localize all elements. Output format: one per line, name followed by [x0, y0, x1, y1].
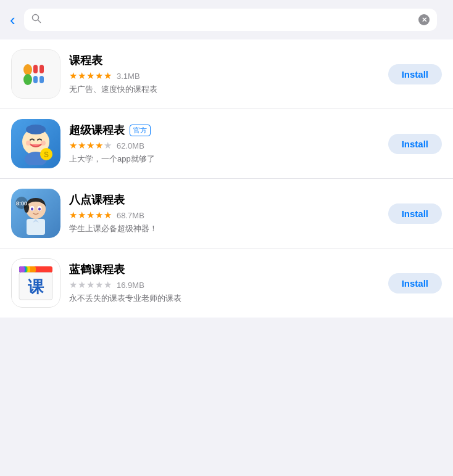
star-full: ★ [69, 140, 77, 151]
star-rating: ★★★★★ [69, 279, 112, 290]
svg-rect-3 [33, 65, 38, 73]
app-description: 上大学，一个app就够了 [69, 154, 380, 165]
app-icon-kechengbiao [11, 49, 60, 99]
star-rating: ★★★★★ [69, 70, 112, 81]
rating-row: ★★★★★ 62.0MB [69, 140, 380, 151]
clear-search-button[interactable]: ✕ [418, 14, 430, 25]
search-bar: ✕ [24, 9, 437, 31]
app-info: 蓝鹤课程表 ★★★★★ 16.9MB 永不丢失的课表专业老师的课表 [69, 262, 380, 304]
svg-text:课: 课 [28, 277, 44, 296]
app-item: S 超级课程表 官方 ★★★★★ 62.0MB 上大学，一个app就够了 Ins… [0, 109, 453, 179]
app-name-row: 课程表 [69, 53, 380, 68]
app-name: 课程表 [69, 53, 102, 68]
app-description: 无广告、速度快的课程表 [69, 84, 380, 95]
app-description: 学生上课必备超级神器！ [69, 223, 380, 234]
install-button[interactable]: Install [388, 203, 442, 224]
star-full: ★ [69, 70, 77, 81]
star-full: ★ [78, 210, 86, 221]
star-full: ★ [69, 210, 77, 221]
star-full: ★ [78, 140, 86, 151]
file-size: 62.0MB [117, 141, 144, 150]
star-empty: ★ [69, 279, 77, 290]
app-name: 蓝鹤课程表 [69, 262, 125, 277]
star-empty: ★ [78, 279, 86, 290]
install-button[interactable]: Install [388, 273, 442, 293]
svg-text:S: S [44, 150, 49, 159]
app-name: 八点课程表 [69, 192, 125, 207]
back-button[interactable]: ‹ [7, 12, 18, 28]
star-empty: ★ [104, 279, 112, 290]
svg-point-2 [23, 64, 32, 75]
svg-point-20 [38, 208, 41, 211]
svg-point-11 [26, 125, 46, 134]
star-full: ★ [78, 70, 86, 81]
star-full: ★ [95, 140, 103, 151]
star-full: ★ [86, 70, 94, 81]
svg-point-5 [23, 74, 32, 85]
app-name: 超级课程表 [69, 123, 125, 137]
app-info: 八点课程表 ★★★★★ 68.7MB 学生上课必备超级神器！ [69, 192, 380, 234]
star-empty: ★ [86, 279, 94, 290]
install-button[interactable]: Install [388, 64, 442, 84]
app-list: 课程表 ★★★★★ 3.1MB 无广告、速度快的课程表 Install [0, 39, 453, 318]
app-item: 8:00 八点课程表 ★★★★★ 68.7MB 学生上课必备超级神器！ Inst… [0, 179, 453, 248]
app-info: 课程表 ★★★★★ 3.1MB 无广告、速度快的课程表 [69, 53, 380, 95]
file-size: 68.7MB [117, 211, 144, 220]
app-name-row: 蓝鹤课程表 [69, 262, 380, 277]
svg-point-10 [41, 141, 46, 146]
svg-rect-4 [39, 65, 44, 73]
svg-point-18 [31, 208, 33, 211]
app-icon-badian: 8:00 [11, 189, 60, 238]
app-description: 永不丢失的课表专业老师的课表 [69, 293, 380, 304]
star-full: ★ [95, 70, 103, 81]
svg-line-1 [38, 20, 40, 23]
file-size: 16.9MB [117, 281, 144, 290]
app-icon-super: S [11, 119, 60, 168]
search-icon [31, 14, 41, 26]
star-empty: ★ [104, 140, 112, 151]
file-size: 3.1MB [117, 72, 140, 81]
official-badge: 官方 [130, 125, 151, 136]
top-bar: ‹ ✕ [0, 0, 453, 39]
rating-row: ★★★★★ 3.1MB [69, 70, 380, 81]
star-full: ★ [95, 210, 103, 221]
svg-rect-6 [33, 76, 38, 83]
star-full: ★ [104, 210, 112, 221]
star-empty: ★ [95, 279, 103, 290]
star-rating: ★★★★★ [69, 210, 112, 221]
app-item: 课程表 ★★★★★ 3.1MB 无广告、速度快的课程表 Install [0, 39, 453, 109]
app-name-row: 超级课程表 官方 [69, 123, 380, 137]
star-half: ★ [104, 70, 112, 81]
svg-rect-7 [39, 76, 44, 83]
install-button[interactable]: Install [388, 134, 442, 154]
svg-text:8:00: 8:00 [16, 200, 27, 207]
svg-point-9 [26, 141, 31, 146]
app-item: 课 蓝鹤课程表 ★★★★★ 16.9MB 永不丢失的课表专业老师的课表 Inst… [0, 248, 453, 318]
svg-rect-29 [19, 266, 25, 273]
app-info: 超级课程表 官方 ★★★★★ 62.0MB 上大学，一个app就够了 [69, 123, 380, 165]
star-full: ★ [86, 140, 94, 151]
rating-row: ★★★★★ 68.7MB [69, 210, 380, 221]
star-rating: ★★★★★ [69, 140, 112, 151]
rating-row: ★★★★★ 16.9MB [69, 279, 380, 290]
app-name-row: 八点课程表 [69, 192, 380, 207]
app-icon-lanhe: 课 [11, 258, 60, 308]
star-full: ★ [86, 210, 94, 221]
